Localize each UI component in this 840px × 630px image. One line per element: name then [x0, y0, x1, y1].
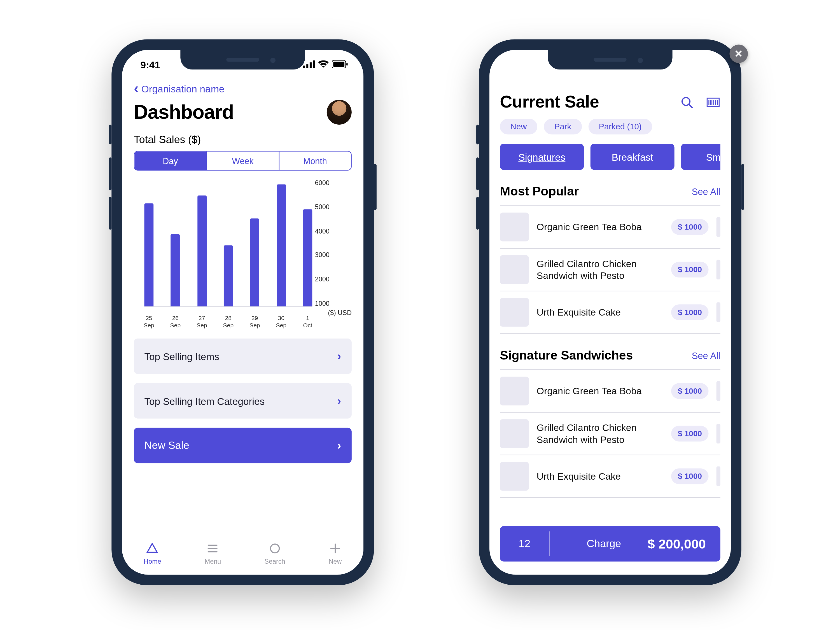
item-name: Grilled Cilantro Chicken Sandwich with P…: [537, 258, 663, 282]
menu-group: Signature Sandwiches See All Organic Gre…: [500, 348, 720, 498]
wifi-icon: [318, 60, 328, 68]
tab-new[interactable]: New: [329, 542, 342, 564]
item-thumbnail: [500, 255, 529, 284]
segment-day[interactable]: Day: [134, 152, 207, 170]
item-price: $ 1000: [671, 262, 709, 278]
see-all-link[interactable]: See All: [692, 186, 720, 197]
item-name: Organic Green Tea Boba: [537, 221, 663, 233]
chart-y-tick: 2000: [315, 276, 352, 283]
avatar[interactable]: [327, 99, 352, 125]
item-thumbnail: [500, 377, 529, 406]
pill-parked[interactable]: Parked (10): [588, 119, 652, 134]
svg-rect-5: [333, 62, 344, 67]
home-icon: [146, 542, 159, 555]
charge-bar[interactable]: 12 Charge $ 200,000: [500, 526, 720, 562]
chart-x-tick: 1Oct: [303, 315, 312, 330]
charge-label: Charge: [549, 538, 647, 549]
tab-search[interactable]: Search: [264, 542, 285, 564]
phone-notch: [548, 50, 672, 69]
category-signatures[interactable]: Signatures: [500, 144, 584, 170]
menu-item[interactable]: Organic Green Tea Boba $ 1000: [500, 369, 720, 412]
item-price: $ 1000: [671, 219, 709, 235]
segment-week[interactable]: Week: [207, 152, 279, 170]
category-breakfast[interactable]: Breakfast: [591, 144, 674, 170]
svg-rect-3: [313, 60, 315, 68]
phone-side-button: [476, 197, 479, 230]
chart-x-tick: 28Sep: [224, 315, 233, 330]
tab-menu[interactable]: Menu: [205, 542, 221, 564]
total-sales-label: Total Sales ($): [134, 134, 352, 145]
phone-notch: [180, 50, 305, 69]
item-price: $ 1000: [671, 383, 709, 399]
item-edge-indicator: [717, 260, 720, 279]
category-smoothies[interactable]: Smooth: [681, 144, 720, 170]
card-label: New Sale: [144, 440, 189, 452]
page-title: Current Sale: [500, 92, 599, 112]
status-time: 9:41: [140, 59, 160, 70]
tab-label: Search: [264, 557, 285, 564]
item-edge-indicator: [717, 217, 720, 237]
cart-count: 12: [500, 531, 549, 556]
item-thumbnail: [500, 298, 529, 327]
item-thumbnail: [500, 419, 529, 448]
svg-rect-1: [306, 65, 308, 68]
chart-bar: [303, 209, 312, 306]
tab-label: Menu: [205, 557, 221, 564]
card-label: Top Selling Items: [144, 351, 219, 362]
chart-y-tick: 1000: [315, 300, 352, 307]
segmented-period: Day Week Month: [134, 151, 352, 171]
phone-dashboard: 9:41 ‹ Organisation name Dashboard Total…: [111, 39, 374, 585]
item-name: Organic Green Tea Boba: [537, 385, 663, 397]
phone-side-button: [109, 125, 111, 144]
chevron-right-icon: ›: [337, 394, 341, 408]
chart-bar: [171, 234, 180, 306]
chart-bar: [250, 219, 259, 306]
chart-y-tick: 5000: [315, 204, 352, 210]
group-title: Signature Sandwiches: [500, 348, 633, 363]
card-top-selling-categories[interactable]: Top Selling Item Categories ›: [134, 383, 352, 418]
phone-side-button: [476, 125, 479, 144]
chevron-right-icon: ›: [337, 439, 341, 452]
close-button[interactable]: ✕: [729, 44, 748, 63]
chart-x-tick: 26Sep: [171, 315, 180, 330]
segment-month[interactable]: Month: [279, 152, 351, 170]
item-price: $ 1000: [671, 469, 709, 484]
sales-chart: 600050004000300020001000 ($) USD 25Sep26…: [134, 182, 352, 329]
charge-amount: $ 200,000: [647, 536, 720, 551]
see-all-link[interactable]: See All: [692, 350, 720, 361]
cellular-icon: [303, 60, 315, 68]
pill-park[interactable]: Park: [544, 119, 581, 134]
phone-current-sale: ✕ Current Sale New Park Parked (10): [479, 39, 741, 585]
card-top-selling-items[interactable]: Top Selling Items ›: [134, 338, 352, 374]
chart-bar: [224, 245, 233, 306]
pill-new[interactable]: New: [500, 119, 537, 134]
plus-icon: [329, 542, 342, 555]
tab-home[interactable]: Home: [144, 542, 161, 564]
search-icon: [268, 542, 281, 555]
item-name: Urth Exquisite Cake: [537, 306, 663, 318]
svg-rect-6: [346, 63, 348, 66]
back-label: Organisation name: [141, 83, 224, 94]
back-link[interactable]: ‹ Organisation name: [134, 82, 352, 96]
svg-rect-2: [309, 62, 312, 68]
barcode-icon[interactable]: [706, 95, 720, 109]
menu-item[interactable]: Organic Green Tea Boba $ 1000: [500, 205, 720, 248]
category-tabs: Signatures Breakfast Smooth: [500, 144, 720, 170]
chart-bar: [144, 203, 153, 306]
tab-bar: Home Menu Search New: [122, 531, 363, 575]
chart-bar: [276, 184, 286, 306]
chart-y-tick: 4000: [315, 228, 352, 234]
menu-item[interactable]: Urth Exquisite Cake $ 1000: [500, 291, 720, 334]
menu-item[interactable]: Grilled Cilantro Chicken Sandwich with P…: [500, 248, 720, 291]
svg-point-8: [682, 97, 690, 105]
search-icon[interactable]: [680, 95, 694, 109]
page-title: Dashboard: [134, 101, 234, 123]
item-name: Grilled Cilantro Chicken Sandwich with P…: [537, 422, 663, 445]
menu-item[interactable]: Urth Exquisite Cake $ 1000: [500, 455, 720, 498]
item-edge-indicator: [717, 302, 720, 322]
menu-item[interactable]: Grilled Cilantro Chicken Sandwich with P…: [500, 412, 720, 455]
item-name: Urth Exquisite Cake: [537, 471, 663, 482]
card-new-sale[interactable]: New Sale ›: [134, 428, 352, 463]
phone-side-button: [374, 164, 377, 210]
item-price: $ 1000: [671, 426, 709, 442]
